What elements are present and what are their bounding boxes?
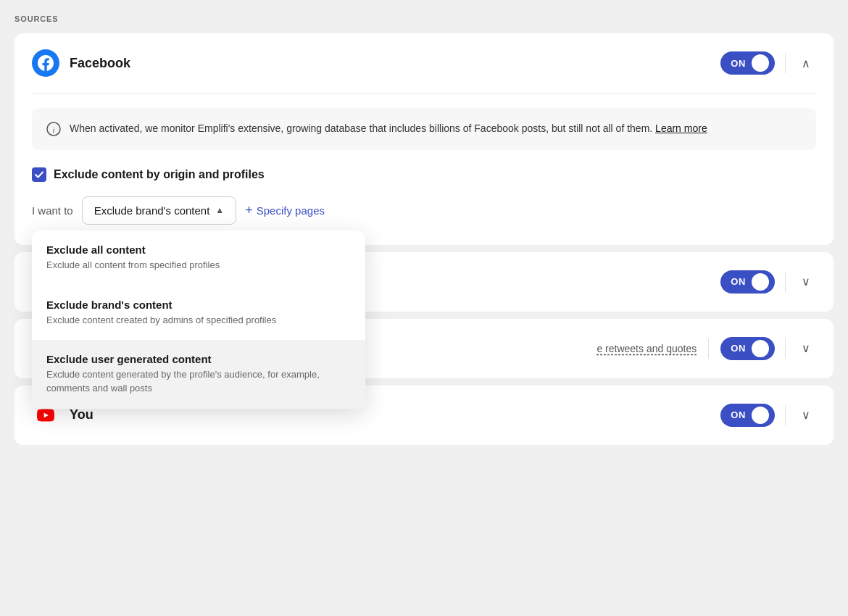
exclude-brand-title: Exclude brand's content xyxy=(46,299,351,311)
instagram-divider xyxy=(785,272,786,292)
youtube-expand-button[interactable]: ∨ xyxy=(796,405,816,425)
twitter-divider-mid xyxy=(708,338,709,359)
main-container: SOURCES Facebook ON ∧ xyxy=(14,14,834,452)
exclude-brand-desc: Exclude content created by admins of spe… xyxy=(46,314,351,328)
youtube-toggle-knob xyxy=(752,407,769,424)
facebook-toggle-wrapper: ON ∧ xyxy=(720,51,816,75)
youtube-toggle-label: ON xyxy=(731,409,746,420)
specify-pages-button[interactable]: + Specify pages xyxy=(245,203,325,218)
facebook-header-row: Facebook ON ∧ xyxy=(14,33,834,93)
content-filter-dropdown-menu: Exclude all content Exclude all content … xyxy=(32,230,365,409)
learn-more-link[interactable]: Learn more xyxy=(655,122,707,134)
facebook-expanded-content: i When activated, we monitor Emplifi's e… xyxy=(14,93,834,245)
exclude-section: Exclude content by origin and profiles xyxy=(32,167,816,182)
youtube-toggle[interactable]: ON xyxy=(720,404,775,427)
facebook-info-text: When activated, we monitor Emplifi's ext… xyxy=(70,121,707,137)
exclude-all-desc: Exclude all content from specified profi… xyxy=(46,259,351,272)
instagram-toggle-knob xyxy=(752,273,769,291)
content-filter-dropdown[interactable]: Exclude brand's content ▲ xyxy=(82,196,237,225)
dropdown-item-exclude-brand[interactable]: Exclude brand's content Exclude content … xyxy=(32,286,365,341)
svg-text:i: i xyxy=(52,125,54,134)
instagram-toggle-label: ON xyxy=(731,276,746,287)
specify-pages-label: Specify pages xyxy=(257,204,325,217)
facebook-collapse-button[interactable]: ∧ xyxy=(796,54,816,73)
exclude-all-title: Exclude all content xyxy=(46,244,351,256)
facebook-toggle[interactable]: ON xyxy=(720,51,775,75)
instagram-expand-button[interactable]: ∨ xyxy=(796,272,816,291)
twitter-toggle-wrapper: ON ∨ xyxy=(720,337,816,360)
youtube-logo-icon xyxy=(34,407,57,424)
info-text-main: When activated, we monitor Emplifi's ext… xyxy=(70,122,652,134)
youtube-divider xyxy=(785,405,786,425)
twitter-divider xyxy=(785,338,786,359)
check-icon xyxy=(35,171,43,178)
facebook-card: Facebook ON ∧ i When activated, we xyxy=(14,33,834,245)
instagram-toggle-wrapper: ON ∨ xyxy=(720,270,816,294)
section-label: SOURCES xyxy=(14,14,834,23)
exclude-checkbox[interactable] xyxy=(32,167,46,182)
youtube-toggle-wrapper: ON ∨ xyxy=(720,404,816,427)
twitter-expand-button[interactable]: ∨ xyxy=(796,338,816,358)
i-want-to-label: I want to xyxy=(32,204,73,217)
facebook-platform-name: Facebook xyxy=(70,56,130,71)
dropdown-selected-value: Exclude brand's content xyxy=(94,204,210,217)
twitter-toggle-label: ON xyxy=(731,343,746,354)
instagram-toggle[interactable]: ON xyxy=(720,270,775,294)
facebook-divider xyxy=(785,53,786,73)
facebook-logo-icon xyxy=(38,55,54,71)
exclude-label: Exclude content by origin and profiles xyxy=(54,168,265,181)
dropdown-item-exclude-ugc[interactable]: Exclude user generated content Exclude c… xyxy=(32,340,365,409)
youtube-platform-name: You xyxy=(70,407,93,423)
facebook-toggle-knob xyxy=(752,54,769,72)
facebook-toggle-label: ON xyxy=(731,58,746,69)
twitter-toggle[interactable]: ON xyxy=(720,337,775,360)
facebook-info-box: i When activated, we monitor Emplifi's e… xyxy=(32,108,816,150)
dropdown-item-exclude-all[interactable]: Exclude all content Exclude all content … xyxy=(32,230,365,286)
dropdown-arrow-icon: ▲ xyxy=(215,205,224,215)
plus-icon: + xyxy=(245,203,253,218)
facebook-icon-bg xyxy=(32,49,59,77)
filter-row: I want to Exclude brand's content ▲ + Sp… xyxy=(32,196,816,225)
exclude-ugc-desc: Exclude content generated by the profile… xyxy=(46,368,351,396)
info-icon: i xyxy=(46,122,61,136)
twitter-middle-text: e retweets and quotes xyxy=(596,343,697,354)
twitter-toggle-knob xyxy=(752,340,769,357)
exclude-ugc-title: Exclude user generated content xyxy=(46,353,351,365)
